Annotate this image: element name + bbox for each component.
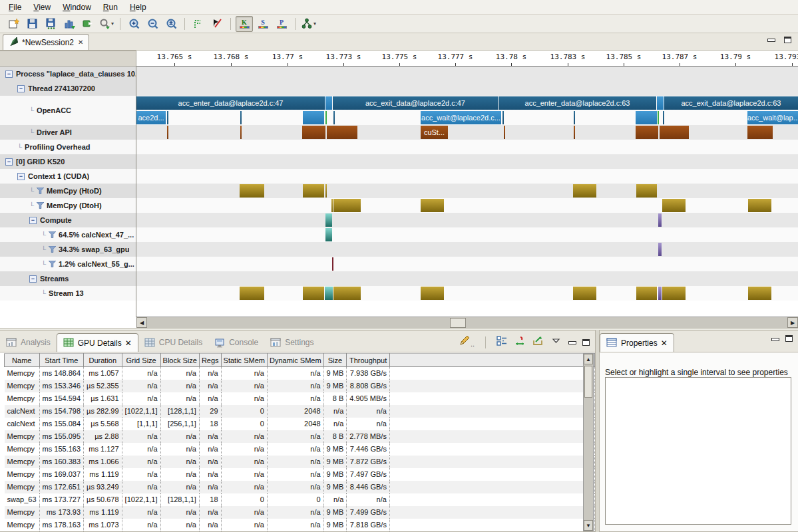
timeline-interval[interactable] bbox=[574, 111, 575, 124]
timeline-interval[interactable] bbox=[333, 287, 361, 300]
minimize-icon[interactable] bbox=[568, 339, 576, 345]
timeline-interval[interactable] bbox=[240, 111, 242, 124]
scroll-right-icon[interactable]: ▶ bbox=[787, 317, 798, 328]
save-icon[interactable] bbox=[23, 16, 41, 32]
timeline-interval[interactable] bbox=[748, 287, 771, 300]
timeline-interval[interactable] bbox=[327, 126, 357, 139]
timeline-interval[interactable]: acc_wait@laplace2d.c... bbox=[421, 111, 501, 124]
collapse-icon[interactable]: − bbox=[17, 173, 25, 180]
dependency-icon[interactable]: ▾ bbox=[300, 16, 317, 32]
menu-file[interactable]: File bbox=[3, 1, 27, 13]
vscroll-thumb[interactable] bbox=[584, 366, 592, 398]
timeline-interval[interactable] bbox=[331, 199, 333, 212]
table-row[interactable]: Memcpy154.594 ms1.631 µsn/an/an/an/an/a8… bbox=[5, 392, 595, 405]
kernel-colors-icon[interactable]: K bbox=[236, 16, 253, 32]
table-row[interactable]: Memcpy169.037 ms1.119 msn/an/an/an/an/a9… bbox=[5, 468, 595, 481]
timeline-interval[interactable] bbox=[573, 184, 596, 198]
timeline-interval[interactable] bbox=[325, 111, 327, 124]
hscroll-thumb[interactable] bbox=[450, 318, 466, 328]
timeline-interval[interactable] bbox=[332, 257, 333, 271]
table-row[interactable]: calcNext154.798 ms282.99 µs[1022,1,1][12… bbox=[5, 405, 595, 418]
process-colors-icon[interactable]: P bbox=[273, 16, 290, 32]
timeline-interval[interactable] bbox=[421, 287, 444, 300]
column-header-grid-size[interactable]: Grid Size bbox=[122, 354, 160, 367]
column-header-regs[interactable]: Regs bbox=[199, 354, 221, 367]
column-header-name[interactable]: Name bbox=[5, 354, 40, 367]
save-as-icon[interactable] bbox=[42, 16, 59, 32]
filter-funnel-icon[interactable] bbox=[37, 202, 44, 209]
column-header-static-smem[interactable]: Static SMem bbox=[221, 354, 267, 367]
zoom-in-icon[interactable] bbox=[125, 16, 142, 32]
timeline-interval[interactable] bbox=[333, 111, 335, 124]
timeline-interval[interactable] bbox=[325, 184, 327, 198]
menu-view[interactable]: View bbox=[27, 1, 57, 13]
menu-run[interactable]: Run bbox=[97, 1, 124, 13]
table-row[interactable]: Memcpy178.163 ms1.073 msn/an/an/an/an/a9… bbox=[5, 519, 595, 531]
marker-icon[interactable] bbox=[208, 16, 226, 32]
timeline-interval[interactable] bbox=[325, 228, 332, 241]
report-icon[interactable] bbox=[61, 16, 78, 32]
timeline-interval[interactable] bbox=[636, 126, 658, 139]
filter-funnel-icon[interactable] bbox=[49, 246, 56, 253]
layout-icon[interactable] bbox=[497, 335, 508, 349]
timeline-row-driver-api[interactable]: └Driver API bbox=[0, 125, 136, 140]
timeline-row-64-5-calcnext-47[interactable]: └64.5% calcNext_47_... bbox=[0, 227, 136, 242]
timeline-interval[interactable] bbox=[574, 126, 575, 139]
timeline-row-34-3-swap-63-gpu[interactable]: └34.3% swap_63_gpu bbox=[0, 242, 136, 257]
column-header-block-size[interactable]: Block Size bbox=[160, 354, 199, 367]
zoom-fit-icon[interactable] bbox=[162, 16, 180, 32]
timeline-row-openacc[interactable]: └OpenACC bbox=[0, 96, 136, 125]
table-row[interactable]: Memcpy172.651 ms93.249 µsn/an/an/an/an/a… bbox=[5, 481, 595, 493]
filter-icon[interactable] bbox=[190, 16, 207, 32]
table-row[interactable]: Memcpy160.383 ms1.066 msn/an/an/an/an/a9… bbox=[5, 456, 595, 468]
timeline-interval[interactable] bbox=[240, 287, 264, 300]
timeline-interval[interactable] bbox=[658, 243, 662, 256]
timeline-interval[interactable] bbox=[325, 213, 332, 227]
collapse-icon[interactable]: − bbox=[17, 85, 25, 92]
timeline-interval[interactable]: cuSt... bbox=[421, 126, 448, 139]
collapse-icon[interactable]: − bbox=[29, 275, 37, 283]
timeline-interval[interactable]: acc_wait@lap... bbox=[747, 111, 798, 124]
tab-properties[interactable]: Properties ✕ bbox=[600, 333, 674, 352]
scroll-up-icon[interactable]: ▲ bbox=[584, 354, 593, 364]
table-vscrollbar[interactable]: ▲ ▼ bbox=[583, 353, 594, 531]
timeline-interval[interactable] bbox=[502, 111, 504, 124]
timeline-interval[interactable] bbox=[636, 111, 657, 124]
timeline-interval[interactable] bbox=[303, 184, 324, 198]
column-header-throughput[interactable]: Throughput bbox=[347, 354, 390, 367]
timeline-interval[interactable] bbox=[658, 213, 662, 227]
timeline-interval[interactable] bbox=[657, 96, 664, 110]
timeline-interval[interactable] bbox=[303, 111, 324, 124]
timeline-interval[interactable] bbox=[240, 126, 242, 139]
search-icon[interactable]: ▾ bbox=[98, 16, 115, 32]
timeline-interval[interactable] bbox=[748, 199, 771, 212]
timeline-row-1-2-calcnext-55-g[interactable]: └1.2% calcNext_55_g... bbox=[0, 257, 136, 271]
menu-window[interactable]: Window bbox=[57, 1, 97, 13]
chevron-down-icon[interactable] bbox=[550, 335, 562, 349]
filter-funnel-icon[interactable] bbox=[49, 231, 56, 238]
collapse-icon[interactable]: − bbox=[29, 217, 37, 224]
timeline-interval[interactable] bbox=[325, 287, 333, 300]
timeline-interval[interactable] bbox=[662, 287, 686, 300]
table-row[interactable]: Memcpy155.163 ms1.127 msn/an/an/an/an/a9… bbox=[5, 443, 595, 456]
table-row[interactable]: Memcpy155.095 ms2.88 µsn/an/an/an/an/a8 … bbox=[5, 430, 595, 443]
timeline-interval[interactable]: ace2d... bbox=[136, 111, 166, 124]
timeline-row-0-grid-k520[interactable]: −[0] GRID K520 bbox=[0, 154, 136, 169]
scroll-left-icon[interactable]: ◀ bbox=[136, 317, 147, 328]
minimize-icon[interactable] bbox=[767, 37, 775, 43]
tab-console[interactable]: Console bbox=[208, 333, 264, 352]
maximize-icon[interactable] bbox=[784, 37, 791, 43]
tab-gpu-details[interactable]: GPU Details✕ bbox=[57, 333, 138, 352]
timeline-interval[interactable] bbox=[636, 184, 657, 198]
tab-session[interactable]: *NewSession2 ✕ bbox=[3, 34, 89, 50]
timeline-row-compute[interactable]: −Compute bbox=[0, 213, 136, 227]
column-header-dynamic-smem[interactable]: Dynamic SMem bbox=[267, 354, 323, 367]
timeline-interval[interactable] bbox=[658, 111, 659, 124]
zoom-out-icon[interactable] bbox=[144, 16, 161, 32]
timeline-interval[interactable] bbox=[240, 184, 264, 198]
timeline-interval[interactable] bbox=[663, 111, 664, 124]
table-row[interactable]: Memcpy148.864 ms1.057 msn/an/an/an/an/a9… bbox=[5, 367, 595, 380]
dropdown-arrow-icon[interactable]: ▾ bbox=[313, 21, 316, 27]
timeline-row-context-1-cuda[interactable]: −Context 1 (CUDA) bbox=[0, 169, 136, 184]
filter-funnel-icon[interactable] bbox=[37, 188, 44, 194]
